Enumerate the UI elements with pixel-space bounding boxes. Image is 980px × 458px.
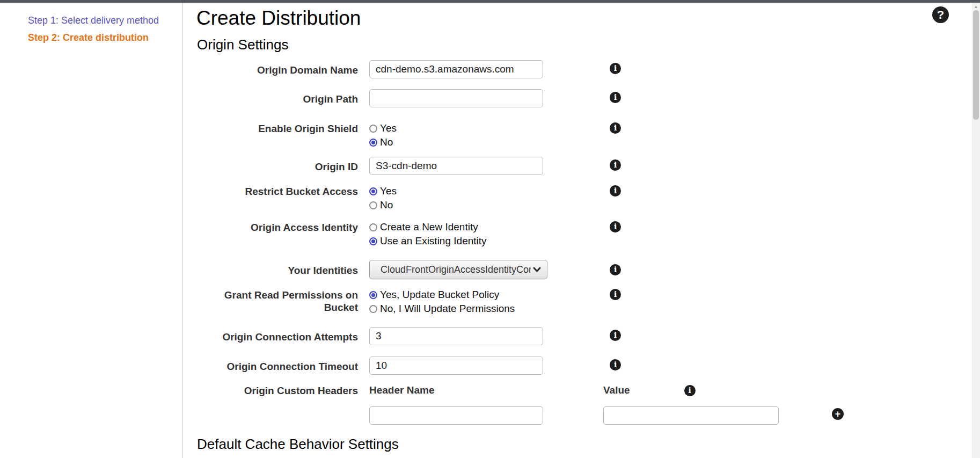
origin-domain-name-label: Origin Domain Name [196,60,358,78]
radio-label: No [380,199,393,211]
info-glyph: i [614,331,617,339]
create-new-identity-option[interactable]: Create a New Identity [369,220,487,234]
origin-connection-timeout-input[interactable] [369,357,543,375]
restrict-bucket-access-label: Restrict Bucket Access [196,184,358,212]
info-icon[interactable]: i [610,221,621,232]
origin-connection-timeout-label: Origin Connection Timeout [196,357,358,375]
radio-label: No, I Will Update Permissions [380,303,515,315]
info-icon[interactable]: i [610,63,621,74]
origin-connection-attempts-input[interactable] [369,327,543,345]
plus-icon: + [835,409,841,420]
value-column-label: Value [603,384,630,396]
origin-access-identity-label: Origin Access Identity [196,220,358,248]
info-glyph: i [614,161,617,169]
your-identities-label: Your Identities [196,260,358,279]
add-custom-header-button[interactable]: + [832,408,844,420]
radio-button[interactable] [369,223,377,231]
custom-header-name-input[interactable] [369,406,543,425]
enable-origin-shield-label: Enable Origin Shield [196,121,358,149]
info-glyph: i [614,64,617,72]
info-icon[interactable]: i [610,359,621,370]
info-icon[interactable]: i [610,92,621,103]
origin-id-input[interactable] [369,157,543,175]
origin-shield-no-option[interactable]: No [369,135,397,149]
radio-button[interactable] [369,125,377,133]
section-title-default-cache-behavior: Default Cache Behavior Settings [197,437,980,453]
radio-label: Yes, Update Bucket Policy [380,289,499,301]
radio-label: Yes [380,185,397,197]
radio-button[interactable] [369,237,377,245]
info-glyph: i [614,361,617,369]
row-origin-connection-timeout: Origin Connection Timeout i [196,357,980,375]
grant-read-permissions-label: Grant Read Permissions on Bucket [217,288,358,316]
origin-custom-headers-label: Origin Custom Headers [196,384,358,425]
steps-sidebar: Step 1: Select delivery method Step 2: C… [0,3,183,458]
origin-shield-yes-option[interactable]: Yes [369,121,397,135]
info-icon[interactable]: i [610,185,621,197]
info-glyph: i [614,266,617,274]
origin-connection-attempts-label: Origin Connection Attempts [196,327,358,345]
radio-button[interactable] [369,291,377,299]
radio-button[interactable] [369,305,377,313]
radio-label: Yes [380,122,397,134]
info-icon[interactable]: i [610,159,621,171]
selected-identity-value: CloudFrontOriginAccessIdentityConfi [381,264,531,275]
row-origin-custom-headers: Origin Custom Headers Header Name Value … [196,384,980,425]
info-icon[interactable]: i [610,264,621,275]
chevron-down-icon [533,267,541,272]
row-restrict-bucket-access: Restrict Bucket Access Yes No i [196,184,980,212]
info-glyph: i [614,290,617,299]
row-enable-origin-shield: Enable Origin Shield Yes No i [196,121,980,149]
help-button[interactable]: ? [932,6,949,23]
row-origin-id: Origin ID i [196,157,980,175]
row-origin-access-identity: Origin Access Identity Create a New Iden… [196,220,980,248]
sidebar-step-2: Step 2: Create distribution [28,32,177,43]
sidebar-step-1[interactable]: Step 1: Select delivery method [28,15,177,26]
scrollbar-thumb[interactable] [973,10,979,120]
radio-button[interactable] [369,187,377,195]
radio-button[interactable] [369,139,377,147]
info-icon[interactable]: i [610,330,621,341]
row-origin-connection-attempts: Origin Connection Attempts i [196,327,980,345]
info-glyph: i [614,124,617,132]
info-glyph: i [688,387,691,395]
header-name-column-label: Header Name [369,384,603,396]
your-identities-select[interactable]: CloudFrontOriginAccessIdentityConfi [369,260,547,279]
will-update-permissions-option[interactable]: No, I Will Update Permissions [369,302,515,316]
restrict-access-no-option[interactable]: No [369,198,397,212]
section-title-origin-settings: Origin Settings [197,37,980,53]
restrict-access-yes-option[interactable]: Yes [369,184,397,198]
radio-label: No [380,136,393,148]
custom-header-value-input[interactable] [603,406,779,425]
info-glyph: i [614,187,617,195]
row-your-identities: Your Identities CloudFrontOriginAccessId… [196,260,980,279]
radio-label: Use an Existing Identity [380,235,487,247]
info-icon[interactable]: i [610,289,621,300]
vertical-scrollbar[interactable]: ▲ [972,3,980,458]
main-content: Create Distribution Origin Settings Orig… [183,3,980,458]
row-grant-read-permissions: Grant Read Permissions on Bucket Yes, Up… [196,288,980,316]
row-origin-path: Origin Path i [196,89,980,107]
info-glyph: i [614,223,617,231]
origin-domain-name-input[interactable] [369,60,543,78]
row-origin-domain-name: Origin Domain Name i [196,60,980,78]
info-icon[interactable]: i [684,385,696,396]
radio-button[interactable] [369,201,377,209]
origin-path-label: Origin Path [196,89,358,107]
radio-label: Create a New Identity [380,221,478,233]
use-existing-identity-option[interactable]: Use an Existing Identity [369,234,487,248]
page-title: Create Distribution [196,7,980,30]
origin-path-input[interactable] [369,89,543,107]
origin-id-label: Origin ID [196,157,358,175]
scrollbar-up-arrow[interactable]: ▲ [972,3,980,9]
info-glyph: i [614,93,617,101]
update-bucket-policy-option[interactable]: Yes, Update Bucket Policy [369,288,515,302]
info-icon[interactable]: i [610,122,621,134]
question-mark-icon: ? [937,8,944,22]
